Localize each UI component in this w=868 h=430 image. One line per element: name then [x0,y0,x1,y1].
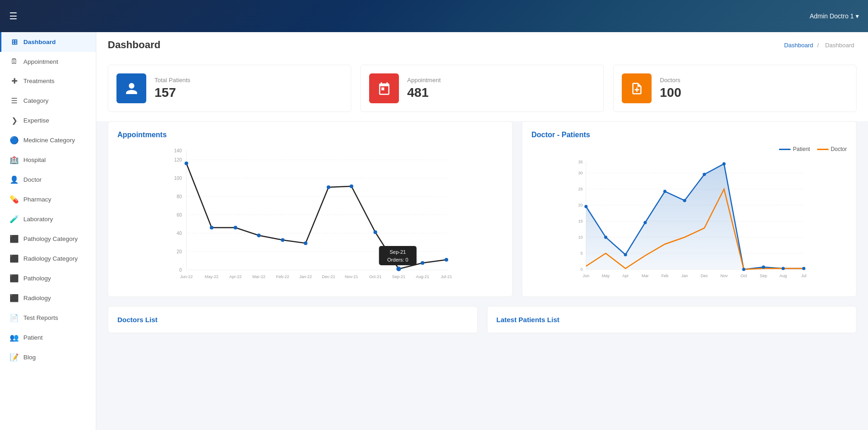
appointment-value: 481 [407,85,441,100]
svg-point-60 [584,205,587,208]
svg-point-67 [722,162,725,166]
svg-point-63 [643,221,647,224]
patient-legend-line [779,149,791,150]
svg-point-26 [420,261,424,265]
page-title: Dashboard [108,39,160,51]
sidebar-label-pathology-category: Pathology Category [23,235,78,242]
svg-point-66 [702,173,706,176]
sidebar-item-appointment[interactable]: 🗓 Appointment [0,52,96,71]
svg-text:Oct-21: Oct-21 [369,274,381,279]
sidebar-item-test-reports[interactable]: 📄 Test Reports [0,308,96,328]
laboratory-icon: 🧪 [10,215,19,223]
sidebar-label-treatments: Treatments [23,78,55,84]
sidebar-item-pharmacy[interactable]: 💊 Pharmacy [0,190,96,209]
svg-point-17 [210,226,213,229]
top-header: ☰ Admin Doctro 1 ▾ [0,0,868,32]
appointments-chart-card: Appointments 0 20 40 60 80 100 120 [108,121,513,297]
svg-point-21 [304,241,307,245]
appointments-chart-title: Appointments [117,131,503,139]
svg-text:Jun-22: Jun-22 [180,274,193,279]
chart-legend: Patient Doctor [531,146,847,152]
svg-text:10: 10 [578,235,583,240]
appointment-label: Appointment [407,77,441,84]
doctors-label: Doctors [660,77,681,84]
doctors-value: 100 [660,85,681,100]
stats-row: Total Patients 157 Appointment 481 [96,56,868,121]
sidebar-item-laboratory[interactable]: 🧪 Laboratory [0,209,96,229]
sidebar-item-medicine-category[interactable]: 🔵 Medicine Category [0,130,96,150]
doctors-stat-icon [622,73,652,103]
svg-text:5: 5 [581,251,583,256]
svg-text:Mar-22: Mar-22 [252,274,265,279]
svg-text:Orders: 0: Orders: 0 [387,257,409,262]
stat-info-appointment: Appointment 481 [407,77,441,100]
stat-info-doctors: Doctors 100 [660,77,681,100]
treatments-icon: ✚ [10,77,19,85]
pathology-category-icon: ⬛ [10,235,19,243]
sidebar-item-hospital[interactable]: 🏥 Hospital [0,150,96,170]
sidebar-item-expertise[interactable]: ❯ Expertise [0,111,96,130]
svg-text:Aug: Aug [780,274,787,278]
svg-point-18 [233,226,237,229]
sidebar-item-pathology[interactable]: ⬛ Pathology [0,268,96,288]
radiology-icon: ⬛ [10,294,19,302]
sidebar-item-radiology-category[interactable]: ⬛ Radiology Category [0,249,96,268]
svg-text:Apr-22: Apr-22 [229,274,242,279]
svg-text:0: 0 [179,268,182,273]
svg-point-25 [396,267,401,271]
sidebar-label-patient: Patient [23,334,43,341]
legend-doctor: Doctor [817,146,847,152]
svg-text:140: 140 [174,148,182,153]
total-patients-value: 157 [155,85,190,100]
svg-point-24 [373,230,377,234]
stat-card-total-patients: Total Patients 157 [108,65,351,112]
radiology-category-icon: ⬛ [10,254,19,263]
sidebar-item-dashboard[interactable]: ⊞ Dashboard [0,32,96,52]
sidebar-item-doctor[interactable]: 👤 Doctor [0,170,96,190]
svg-point-61 [604,236,607,239]
svg-text:Jul: Jul [801,274,807,278]
appointments-svg: 0 20 40 60 80 100 120 140 [117,146,503,284]
svg-point-62 [624,253,627,257]
legend-patient: Patient [779,146,810,152]
sidebar-label-hospital: Hospital [23,156,46,163]
charts-row: Appointments 0 20 40 60 80 100 120 [96,121,868,306]
sidebar-label-pathology: Pathology [23,275,51,282]
svg-text:Jan: Jan [681,274,688,278]
breadcrumb-link[interactable]: Dashboard [784,42,813,49]
sidebar-label-radiology: Radiology [23,295,51,302]
bottom-row: Doctors List Latest Patients List [96,306,868,338]
sidebar-item-radiology[interactable]: ⬛ Radiology [0,288,96,308]
sidebar-item-category[interactable]: ☰ Category [0,91,96,111]
doctor-patients-chart-card: Doctor - Patients Patient Doctor [522,121,857,297]
sidebar-item-treatments[interactable]: ✚ Treatments [0,71,96,91]
svg-text:Jan-22: Jan-22 [299,274,312,279]
admin-name[interactable]: Admin Doctro 1 ▾ [810,12,859,20]
sidebar-item-pathology-category[interactable]: ⬛ Pathology Category [0,229,96,249]
sidebar-label-laboratory: Laboratory [23,216,53,223]
svg-point-20 [281,238,284,242]
sidebar-label-radiology-category: Radiology Category [23,255,78,262]
sidebar-label-pharmacy: Pharmacy [23,196,51,203]
svg-text:Sep-21: Sep-21 [390,249,406,255]
pathology-icon: ⬛ [10,274,19,283]
svg-text:Nov: Nov [720,274,728,278]
svg-text:Dec: Dec [701,274,708,278]
svg-text:Sep: Sep [760,274,767,278]
sidebar-item-blog[interactable]: 📝 Blog [0,347,96,367]
svg-text:15: 15 [578,219,583,223]
svg-text:20: 20 [177,249,182,254]
svg-point-65 [683,199,686,202]
svg-text:60: 60 [177,212,182,218]
svg-text:May: May [602,274,610,278]
svg-text:40: 40 [177,231,182,236]
stat-info-total-patients: Total Patients 157 [155,77,190,100]
sidebar-item-patient[interactable]: 👥 Patient [0,328,96,347]
doctor-legend-label: Doctor [831,146,847,152]
hamburger-icon[interactable]: ☰ [9,11,17,22]
sidebar-label-blog: Blog [23,354,36,361]
sidebar-label-category: Category [23,97,49,104]
svg-point-70 [781,267,785,270]
medicine-category-icon: 🔵 [10,136,19,145]
sidebar-label-medicine-category: Medicine Category [23,137,75,144]
